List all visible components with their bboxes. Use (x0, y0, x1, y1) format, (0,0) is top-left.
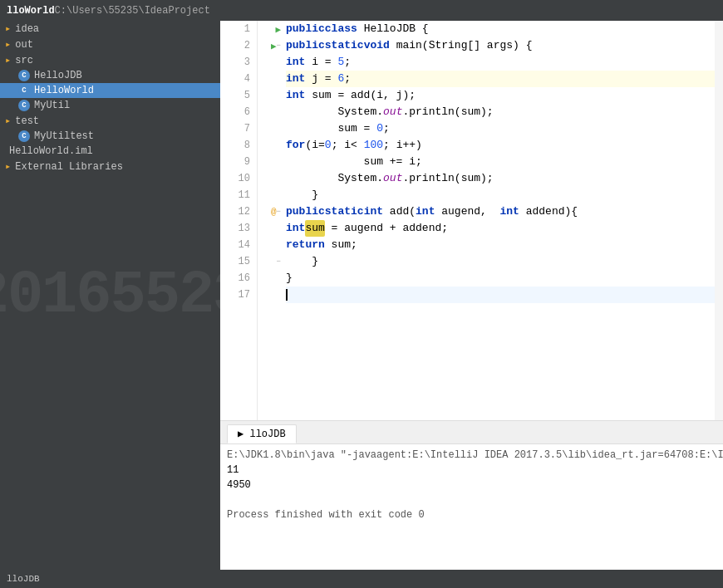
sidebar-item-label: MyUtil (34, 100, 70, 111)
sidebar-item-label: idea (15, 23, 39, 35)
tab-run-icon: ▶ (238, 429, 249, 440)
class-icon: C (18, 85, 30, 96)
gutter-row: ▶− (258, 37, 283, 54)
folder-icon: ▸ (5, 22, 11, 35)
gutter-row (258, 287, 283, 303)
gutter-row (258, 104, 283, 120)
gutter-row (258, 170, 283, 187)
folder-icon: ▸ (5, 54, 11, 66)
sidebar-item-label: HelloJDB (34, 70, 82, 81)
editor-area: 1234567891011121314151617 ▶▶−@−− public … (220, 21, 723, 570)
fold-icon[interactable]: − (277, 257, 281, 266)
line-number: 11 (220, 187, 250, 203)
gutter-row (258, 120, 283, 137)
sidebar-item-label: src (15, 55, 33, 66)
line-number: 5 (220, 87, 250, 104)
line-number: 6 (220, 104, 250, 120)
gutter-row (258, 187, 283, 203)
class-icon: C (18, 130, 30, 142)
tab-run-label: lloJDB (249, 429, 285, 440)
gutter-row: ▶ (258, 21, 283, 37)
gutter-row (258, 87, 283, 104)
code-line: public static int add(int augend, int ad… (286, 203, 715, 220)
sidebar-item-idea[interactable]: ▸ idea (0, 21, 220, 37)
code-line: System.out.println(sum); (286, 170, 715, 187)
gutter-row (258, 220, 283, 237)
at-icon[interactable]: @ (271, 207, 277, 217)
title-bar: lloWorld C:\Users\55235\IdeaProject (0, 0, 723, 21)
tab-run[interactable]: ▶ lloJDB (227, 424, 297, 443)
code-editor: 1234567891011121314151617 ▶▶−@−− public … (220, 21, 723, 420)
gutter-row (258, 237, 283, 253)
code-line: System.out.println(sum); (286, 104, 715, 120)
class-icon: C (18, 70, 30, 81)
class-icon: C (18, 100, 30, 111)
gutter-row (258, 154, 283, 170)
gutter-row: − (258, 253, 283, 270)
sidebar-item-label: out (15, 39, 33, 51)
code-content[interactable]: public class HelloJDB { public static vo… (283, 21, 715, 420)
gutter-row (258, 137, 283, 154)
console-line: E:\JDK1.8\bin\java "-javaagent:E:\Intell… (227, 448, 716, 463)
sidebar-item-label: External Libraries (15, 161, 123, 173)
code-line: for(i=0; i< 100; i++) (286, 137, 715, 154)
line-number: 10 (220, 170, 250, 187)
gutter-row (258, 71, 283, 87)
sidebar-item-HelloWorld[interactable]: CHelloWorld (0, 83, 220, 98)
code-line: public static void main(String[] args) { (286, 37, 715, 54)
code-line: int i = 5; (286, 54, 715, 71)
console-line: 11 (227, 463, 716, 478)
sidebar-item-MyUtil[interactable]: CMyUtil (0, 98, 220, 113)
line-numbers: 1234567891011121314151617 (220, 21, 258, 420)
sidebar-item-label: test (15, 115, 39, 127)
console-line: 4950 (227, 478, 716, 492)
sidebar-item-HelloJDB[interactable]: CHelloJDB (0, 68, 220, 83)
code-line: int sum = add(i, j); (286, 87, 715, 104)
line-number: 8 (220, 137, 250, 154)
sidebar: 20165523 ▸ idea▸ out▸ srcCHelloJDBCHello… (0, 21, 220, 570)
line-number: 7 (220, 120, 250, 137)
line-number: 12 (220, 203, 250, 220)
line-number: 13 (220, 220, 250, 237)
fold-icon[interactable]: − (277, 42, 281, 50)
sidebar-item-label: MyUtiltest (34, 130, 94, 142)
status-bar: lloJDB (0, 570, 723, 588)
code-line: } (286, 253, 715, 270)
sidebar-item-MyUtiltest[interactable]: CMyUtiltest (0, 129, 220, 144)
console-output[interactable]: E:\JDK1.8\bin\java "-javaagent:E:\Intell… (220, 444, 723, 570)
code-line: return sum; (286, 237, 715, 253)
line-number: 15 (220, 253, 250, 270)
sidebar-item-test-group[interactable]: ▸ test (0, 113, 220, 129)
code-line (286, 287, 715, 303)
line-number: 4 (220, 71, 250, 87)
gutter-row (258, 270, 283, 287)
line-number: 16 (220, 270, 250, 287)
run-icon[interactable]: ▶ (271, 41, 277, 51)
fold-icon[interactable]: − (277, 208, 281, 216)
main-area: 20165523 ▸ idea▸ out▸ srcCHelloJDBCHello… (0, 21, 723, 570)
code-line: int j = 6; (286, 71, 715, 87)
scrollbar[interactable] (715, 21, 723, 420)
code-line: int sum = augend + addend; (286, 220, 715, 237)
sidebar-item-HelloWorld-iml[interactable]: HelloWorld.iml (0, 144, 220, 159)
line-number: 3 (220, 54, 250, 71)
run-icon[interactable]: ▶ (275, 24, 281, 35)
code-line: } (286, 187, 715, 203)
console-line: Process finished with exit code 0 (227, 507, 716, 522)
code-line: sum += i; (286, 154, 715, 170)
sidebar-item-label: HelloWorld (34, 85, 94, 96)
bottom-tabs: ▶ lloJDB (220, 421, 723, 444)
code-line: public class HelloJDB { (286, 21, 715, 37)
gutter-row: @− (258, 203, 283, 220)
sidebar-item-out[interactable]: ▸ out (0, 37, 220, 52)
console-line (227, 492, 716, 507)
gutter: ▶▶−@−− (258, 21, 283, 420)
line-number: 1 (220, 21, 250, 37)
gutter-row (258, 54, 283, 71)
sidebar-item-external-libs[interactable]: ▸ External Libraries (0, 159, 220, 174)
line-number: 14 (220, 237, 250, 253)
sidebar-item-src[interactable]: ▸ src (0, 52, 220, 68)
line-number: 2 (220, 37, 250, 54)
bottom-panel: ▶ lloJDB E:\JDK1.8\bin\java "-javaagent:… (220, 420, 723, 570)
line-number: 9 (220, 154, 250, 170)
